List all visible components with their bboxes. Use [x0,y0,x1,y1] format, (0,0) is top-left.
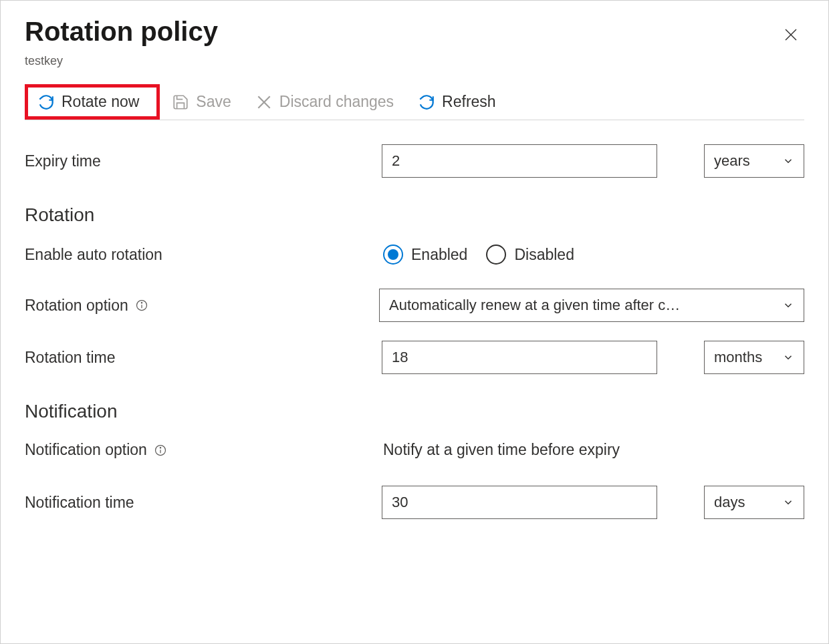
chevron-down-icon [782,299,794,311]
notification-time-unit-select[interactable]: days [704,486,804,519]
enable-auto-rotation-label: Enable auto rotation [25,246,383,264]
enabled-radio[interactable]: Enabled [383,245,467,265]
chevron-down-icon [782,351,794,363]
refresh-icon [418,94,435,111]
discard-button: Discard changes [243,88,406,116]
radio-unselected-icon [486,245,506,265]
rotation-heading: Rotation [25,204,804,226]
refresh-label: Refresh [442,93,496,111]
radio-selected-icon [383,245,403,265]
rotate-now-button[interactable]: Rotate now [25,84,160,120]
page-title: Rotation policy [25,17,218,47]
save-icon [172,94,189,111]
rotation-time-label: Rotation time [25,349,382,367]
rotation-time-input[interactable] [382,341,657,374]
expiry-time-unit-select[interactable]: years [704,144,804,178]
notification-option-value: Notify at a given time before expiry [383,441,620,459]
disabled-radio[interactable]: Disabled [486,245,574,265]
disabled-radio-label: Disabled [514,246,574,264]
close-button[interactable] [778,23,804,50]
close-icon [783,27,799,43]
enabled-radio-label: Enabled [411,246,467,264]
info-icon[interactable] [135,299,148,312]
chevron-down-icon [782,155,794,167]
notification-time-input[interactable] [382,486,657,519]
rotation-time-unit-select[interactable]: months [704,341,804,374]
rotation-option-select[interactable]: Automatically renew at a given time afte… [379,289,804,322]
notification-heading: Notification [25,401,804,422]
discard-icon [255,94,273,111]
notification-option-label: Notification option [25,441,147,459]
auto-rotation-radio-group: Enabled Disabled [383,245,574,265]
rotation-option-label: Rotation option [25,297,128,315]
toolbar: Rotate now Save Discard changes Refresh [25,84,804,120]
subtitle: testkey [25,54,804,68]
svg-point-6 [141,303,142,303]
refresh-button[interactable]: Refresh [406,88,508,116]
rotation-time-unit-value: months [714,349,762,366]
rotate-now-label: Rotate now [62,93,139,111]
save-button: Save [160,88,243,116]
expiry-time-input[interactable] [382,144,657,178]
notification-time-label: Notification time [25,494,382,512]
discard-label: Discard changes [279,93,394,111]
info-icon[interactable] [154,444,167,457]
save-label: Save [196,93,231,111]
notification-time-unit-value: days [714,494,745,511]
svg-point-9 [160,447,160,448]
rotate-icon [37,94,55,111]
expiry-unit-value: years [714,152,750,170]
rotation-option-value: Automatically renew at a given time afte… [389,297,776,314]
expiry-time-label: Expiry time [25,152,382,170]
chevron-down-icon [782,496,794,508]
